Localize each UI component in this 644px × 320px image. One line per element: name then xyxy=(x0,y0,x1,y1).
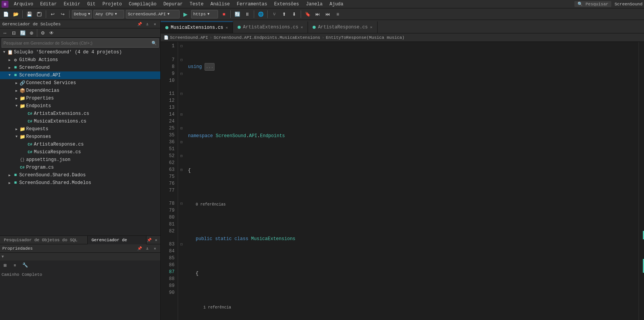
props-btn1[interactable]: ⊞ xyxy=(1,261,9,269)
tab-artista-resp[interactable]: ArtistaResponse.cs ✕ xyxy=(308,22,378,33)
tree-dependencias[interactable]: ▶ 📦 Dependências xyxy=(0,87,160,95)
fold-78[interactable]: ⊟ xyxy=(178,200,185,207)
code-content[interactable]: using ... namespace ScreenSound.API.Endp… xyxy=(185,42,639,320)
fold-83[interactable]: ⊟ xyxy=(178,241,185,248)
tree-ss-modelos[interactable]: ▶ ■ ScreenSound.Shared.Modelos xyxy=(0,179,160,187)
se-collapse-btn[interactable]: ⊟ xyxy=(10,29,18,37)
tree-solution[interactable]: ▼ 📋 Solução 'ScreenSound' (4 de 4 projet… xyxy=(0,48,160,56)
tree-responses[interactable]: ▼ 📁 Responses xyxy=(0,133,160,141)
fold-25[interactable]: ⊞ xyxy=(178,125,185,132)
fold-11[interactable]: ⊟ xyxy=(178,90,185,97)
url-dropdown[interactable]: https ▼ xyxy=(191,10,218,18)
bookmark-next-btn[interactable]: ⏭ xyxy=(313,10,322,18)
menu-exibir[interactable]: Exibir xyxy=(61,0,83,8)
tree-properties[interactable]: ▶ 📁 Properties xyxy=(0,95,160,102)
fold-14[interactable]: ⊞ xyxy=(178,111,185,118)
tab-artista-resp-close[interactable]: ✕ xyxy=(370,25,373,30)
bookmark-list-btn[interactable]: ≡ xyxy=(333,10,342,18)
menu-ajuda[interactable]: Ajuda xyxy=(326,0,346,8)
menu-janela[interactable]: Janela xyxy=(303,0,326,8)
tree-program[interactable]: C# Program.cs xyxy=(0,164,160,171)
git-push-btn[interactable]: ⬆ xyxy=(280,10,288,18)
tab-artista-ext[interactable]: ArtistaExtensions.cs ✕ xyxy=(233,22,308,33)
tree-ss-dados[interactable]: ▶ ■ ScreenSound.Shared.Dados xyxy=(0,171,160,179)
restart-btn[interactable]: 🔄 xyxy=(233,10,241,18)
undo-btn[interactable]: ↩ xyxy=(48,10,57,18)
tab-solution-explorer[interactable]: Gerenciador de Soluções xyxy=(88,236,146,244)
pause-btn[interactable]: ⏸ xyxy=(243,10,251,18)
code-line-10: { xyxy=(188,270,639,277)
fold-63[interactable]: ⊞ xyxy=(178,166,185,173)
props-pin-btn[interactable]: 📌 xyxy=(136,245,143,252)
tree-musica-resp[interactable]: C# MusicaResponse.cs xyxy=(0,148,160,156)
fold-7[interactable]: ⊟ xyxy=(178,56,185,63)
se-search-input[interactable] xyxy=(2,41,150,45)
menu-analise[interactable]: Análise xyxy=(207,0,233,8)
save-all-btn[interactable] xyxy=(35,10,43,18)
menu-arquivo[interactable]: Arquivo xyxy=(11,0,36,8)
se-filter-btn[interactable]: ⊕ xyxy=(27,29,36,37)
menu-teste[interactable]: Teste xyxy=(186,0,206,8)
tab-musica-ext-close[interactable]: ✕ xyxy=(226,25,228,30)
dock-btn[interactable]: ⚓ xyxy=(144,21,150,27)
bookmark-prev-btn[interactable]: ⏮ xyxy=(323,10,332,18)
tree-connected-services[interactable]: ▶ 🔗 Connected Services xyxy=(0,79,160,87)
chevron-icon: ▼ xyxy=(14,104,19,108)
code-editor[interactable]: 1 7 8 9 10 11 12 13 14 24 25 35 36 51 52… xyxy=(161,42,644,320)
collapsed-using[interactable]: ... xyxy=(205,63,215,71)
fold-36[interactable]: ⊞ xyxy=(178,139,185,146)
tree-musica-ext[interactable]: C# MusicaExtensions.cs xyxy=(0,118,160,125)
fold-9[interactable]: ⊟ xyxy=(178,70,185,77)
menu-projeto[interactable]: Projeto xyxy=(99,0,125,8)
open-btn[interactable]: 📂 xyxy=(12,10,20,18)
se-sync-btn[interactable]: ↔ xyxy=(1,29,9,37)
git-pull-btn[interactable]: ⬇ xyxy=(290,10,298,18)
tab-artista-ext-close[interactable]: ✕ xyxy=(301,25,303,30)
close-panel-btn[interactable]: ✕ xyxy=(152,21,158,27)
tree-endpoints[interactable]: ▼ 📁 Endpoints xyxy=(0,102,160,110)
bookmark-btn[interactable]: 🔖 xyxy=(303,10,312,18)
tree-appsettings[interactable]: {} appsettings.json xyxy=(0,156,160,164)
stop-btn[interactable]: ■ xyxy=(220,10,228,18)
redo-btn[interactable]: ↪ xyxy=(58,10,67,18)
tree-screensound[interactable]: ▶ ■ ScreenSound xyxy=(0,64,160,71)
tree-screensound-api[interactable]: ▼ ■ ScreenSound.API xyxy=(0,71,160,79)
breadcrumb-method[interactable]: EntityToResponse(Musica musica) xyxy=(326,35,405,40)
tree-github[interactable]: ▶ ⚙ GitHub Actions xyxy=(0,56,160,64)
props-close-btn[interactable]: ✕ xyxy=(152,245,158,252)
pin-btn[interactable]: 📌 xyxy=(136,21,143,27)
breadcrumb-class[interactable]: ScreenSound.API.Endpoints.MusicaExtensio… xyxy=(214,35,320,40)
run-btn[interactable]: ▶ xyxy=(181,10,190,18)
platform-dropdown[interactable]: Any CPU ▼ xyxy=(93,10,124,18)
debug-config-dropdown[interactable]: Debug ▼ xyxy=(72,10,92,18)
panel-pin-btn2[interactable]: 📌 xyxy=(146,237,152,243)
menu-compilacao[interactable]: Compilação xyxy=(126,0,160,8)
git-btn[interactable]: ⑂ xyxy=(270,10,278,18)
se-preview-btn[interactable]: 👁 xyxy=(47,29,56,37)
props-btn2[interactable]: ≡ xyxy=(11,261,19,269)
panel-close-btn2[interactable]: ✕ xyxy=(153,237,159,243)
fold-1[interactable]: ⊟ xyxy=(178,43,185,50)
tree-artista-resp[interactable]: C# ArtistaResponse.cs xyxy=(0,141,160,148)
props-btn3[interactable]: 🔧 xyxy=(21,261,29,269)
se-settings-btn[interactable]: ⚙ xyxy=(38,29,47,37)
project-dropdown[interactable]: ScreenSound.API ▼ xyxy=(126,10,180,18)
breadcrumb-project[interactable]: ScreenSound.API xyxy=(170,35,208,40)
tab-musica-ext[interactable]: MusicaExtensions.cs ✕ xyxy=(161,22,233,33)
tree-artista-ext[interactable]: C# ArtistaExtensions.cs xyxy=(0,110,160,118)
save-btn[interactable]: 💾 xyxy=(25,10,33,18)
se-search-box[interactable]: 🔍 xyxy=(2,38,159,48)
fold-52[interactable]: ⊞ xyxy=(178,153,185,159)
props-dock-btn[interactable]: ⚓ xyxy=(144,245,150,252)
tab-sql-explorer[interactable]: Pesquisador de Objetos do SQL Server xyxy=(0,236,88,244)
new-file-btn[interactable]: 📄 xyxy=(2,10,10,18)
menu-git[interactable]: Git xyxy=(84,0,99,8)
menu-editar[interactable]: Editar xyxy=(37,0,60,8)
menu-ferramentas[interactable]: Ferramentas xyxy=(234,0,270,8)
ln-75: 75 xyxy=(162,173,175,180)
tree-requests[interactable]: ▶ 📁 Requests xyxy=(0,125,160,133)
browse-btn[interactable]: 🌐 xyxy=(256,10,265,18)
menu-depurar[interactable]: Depurar xyxy=(160,0,186,8)
menu-extensoes[interactable]: Extensões xyxy=(271,0,302,8)
se-refresh-btn[interactable]: 🔄 xyxy=(18,29,27,37)
